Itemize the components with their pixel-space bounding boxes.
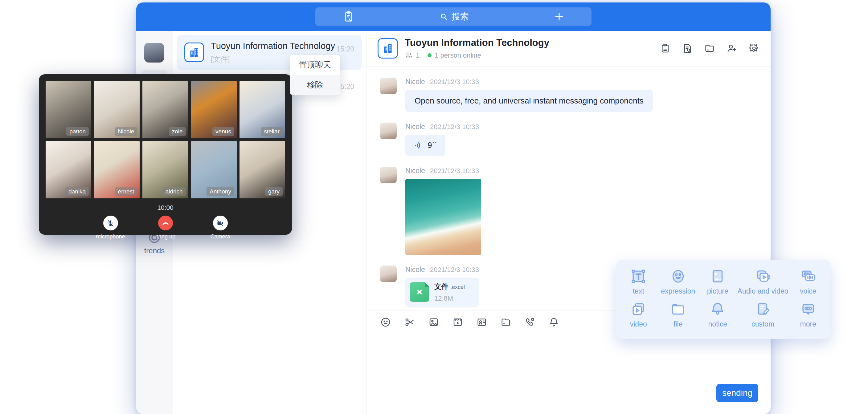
conversation-time: 15:20: [336, 45, 354, 53]
popup-item-label: more: [800, 320, 816, 328]
members-icon: [405, 51, 413, 60]
call-timer: 10:00: [45, 204, 285, 211]
popup-item-picture[interactable]: picture: [698, 267, 738, 295]
video-call-window: patton Nicole zoie venus stellar: [39, 74, 292, 235]
call-record-icon[interactable]: [342, 10, 355, 23]
group-files-icon[interactable]: [704, 43, 715, 54]
popup-item-icon: [669, 267, 687, 285]
popup-item-file[interactable]: file: [658, 300, 698, 328]
hang-up-icon: [161, 218, 170, 228]
announcement-icon[interactable]: [660, 43, 671, 54]
hang-up-button[interactable]: [158, 216, 173, 230]
sender-name: Nicole: [405, 167, 425, 175]
participant-video-tile: ernest: [94, 141, 140, 198]
message: Nicole 2021/12/3 10:33: [380, 167, 757, 255]
add-member-icon[interactable]: [726, 43, 737, 54]
settings-icon[interactable]: [748, 43, 760, 54]
popup-item-icon: [709, 300, 726, 318]
context-menu: 置顶聊天 移除: [290, 55, 340, 95]
notification-icon[interactable]: [548, 317, 559, 328]
search-placeholder: 搜索: [452, 11, 469, 23]
popup-item-icon: [629, 267, 647, 285]
popup-item-label: Audio and video: [738, 287, 788, 295]
member-count: 1: [416, 52, 420, 59]
camera-toggle-button[interactable]: [213, 216, 228, 230]
send-button[interactable]: sending: [716, 384, 758, 402]
screenshot-icon[interactable]: [404, 317, 415, 328]
popup-item-label: voice: [800, 287, 816, 295]
file-message-card[interactable]: 文件.excel 12.8M: [405, 278, 479, 307]
participant-name: Anthony: [207, 187, 234, 196]
participant-name: Nicole: [115, 127, 137, 136]
microphone-mute-button[interactable]: [103, 216, 118, 230]
menu-item-pin-chat[interactable]: 置顶聊天: [290, 55, 340, 75]
participant-name: aldrich: [162, 187, 186, 196]
popup-item-notice[interactable]: notice: [698, 300, 738, 328]
participant-video-tile: Nicole: [94, 81, 140, 138]
message: Nicole 2021/12/3 10:33 9``: [380, 123, 757, 156]
voice-duration: 9``: [428, 141, 437, 150]
voice-message-bubble[interactable]: 9``: [405, 135, 445, 156]
sender-avatar[interactable]: [380, 167, 397, 183]
image-message-beach-photo[interactable]: [405, 179, 481, 255]
popup-item-audio-video[interactable]: Audio and video: [738, 267, 788, 295]
popup-item-label: file: [674, 320, 682, 328]
popup-item-custom[interactable]: custom: [738, 300, 788, 328]
participant-video-tile: zoie: [143, 81, 188, 138]
text-message-bubble[interactable]: Open source, free, and universal instant…: [405, 90, 653, 112]
popup-item-voice[interactable]: voice: [788, 267, 828, 295]
sender-avatar[interactable]: [380, 77, 397, 94]
participant-video-tile: gary: [240, 141, 285, 198]
desktop-background: 搜索 trends Tuoyun Information Technology: [0, 0, 868, 414]
popup-item-label: expression: [661, 287, 695, 295]
popup-item-label: notice: [708, 320, 727, 328]
excel-file-icon: [410, 282, 429, 302]
participant-video-tile: danika: [45, 141, 91, 198]
video-message-icon[interactable]: [452, 317, 463, 328]
app-header: 搜索: [136, 2, 771, 31]
popup-item-icon: [799, 300, 817, 318]
microphone-label: microphone: [96, 233, 125, 240]
sender-name: Nicole: [405, 123, 425, 131]
popup-item-label: video: [630, 320, 647, 328]
participant-name: zoie: [169, 127, 186, 136]
popup-item-expression[interactable]: expression: [658, 267, 698, 295]
search-input[interactable]: 搜索: [355, 11, 553, 23]
contact-card-icon[interactable]: [476, 317, 487, 328]
emoji-icon[interactable]: [380, 317, 391, 328]
add-chat-icon[interactable]: [553, 11, 565, 23]
file-size: 12.8M: [434, 294, 465, 302]
popup-item-label: picture: [707, 287, 728, 295]
hangup-control: hang up: [147, 216, 184, 240]
popup-item-more[interactable]: more: [788, 300, 828, 328]
voice-wave-icon: [413, 140, 423, 150]
popup-item-text[interactable]: text: [619, 267, 658, 295]
chat-record-search-icon[interactable]: [682, 43, 693, 54]
popup-item-label: custom: [751, 320, 774, 328]
participant-video-tile: Anthony: [191, 141, 237, 198]
file-icon[interactable]: [500, 317, 512, 328]
sender-name: Nicole: [405, 265, 425, 274]
popup-item-icon: [799, 267, 817, 285]
popup-item-video[interactable]: video: [619, 300, 658, 328]
message-time: 2021/12/3 10:33: [430, 167, 479, 175]
participant-name: patton: [66, 127, 89, 136]
chat-header: Tuoyun Information Technology 1 1 person…: [367, 31, 771, 67]
popup-item-icon: [709, 267, 726, 285]
camera-label: Camera: [210, 233, 230, 240]
video-call-icon[interactable]: [524, 317, 535, 328]
camera-off-icon: [216, 219, 224, 227]
participant-video-tile: patton: [45, 81, 91, 138]
search-bar[interactable]: 搜索: [315, 7, 591, 26]
menu-item-remove[interactable]: 移除: [290, 75, 340, 95]
participant-video-tile: venus: [191, 81, 237, 138]
message-input-area[interactable]: sending: [367, 333, 771, 414]
participant-name: ernest: [115, 187, 137, 196]
sender-avatar[interactable]: [380, 123, 397, 139]
microphone-control: microphone: [92, 216, 129, 240]
camera-control: Camera: [202, 216, 239, 240]
sender-avatar[interactable]: [380, 265, 397, 282]
current-user-avatar[interactable]: [144, 43, 164, 63]
image-icon[interactable]: [428, 317, 439, 328]
online-dot: [428, 53, 432, 57]
